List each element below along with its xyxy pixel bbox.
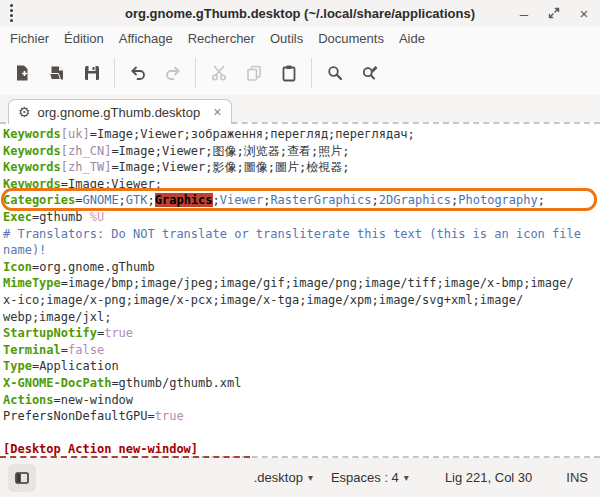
- redo-button[interactable]: [155, 56, 190, 90]
- menu-aide[interactable]: Aide: [399, 31, 425, 46]
- code-line: PrefersNonDefaultGPU=true: [3, 408, 600, 425]
- gedit-window: org.gnome.gThumb.desktop (~/.local/share…: [0, 0, 600, 497]
- open-document-icon: [48, 64, 66, 82]
- find-button[interactable]: [317, 56, 352, 90]
- menu-outils[interactable]: Outils: [270, 31, 303, 46]
- code-token: =Image;Viewer;: [61, 177, 162, 191]
- restore-button[interactable]: [546, 5, 562, 21]
- cut-icon: [210, 64, 228, 82]
- code-line: Categories=GNOME;GTK;Graphics;Viewer;Ras…: [3, 192, 600, 209]
- paste-icon: [280, 64, 298, 82]
- copy-button[interactable]: [236, 56, 271, 90]
- text-editor[interactable]: Keywords[uk]=Image;Viewer;зображення;пер…: [0, 122, 600, 458]
- toolbar-separator: [195, 58, 196, 88]
- window-title: org.gnome.gThumb.desktop (~/.local/share…: [0, 6, 600, 21]
- code-token: =Image;Viewer;影像;圖像;圖片;檢視器;: [111, 160, 349, 174]
- redo-icon: [164, 64, 182, 82]
- crop-tear-line: [0, 456, 600, 458]
- code-line: Keywords[uk]=Image;Viewer;зображення;пер…: [3, 126, 600, 143]
- side-panel-toggle-button[interactable]: [8, 464, 36, 492]
- code-token: Keywords: [3, 160, 61, 174]
- code-line: webp;image/jxl;: [3, 309, 600, 326]
- code-token: =Image;Viewer;图像;浏览器;查看;照片;: [111, 144, 349, 158]
- code-token: GTK: [126, 193, 148, 207]
- code-token: name)!: [3, 243, 46, 257]
- tab-close-icon[interactable]: ×: [213, 105, 221, 119]
- save-icon: [83, 64, 101, 82]
- code-token: [zh_CN]: [61, 144, 112, 158]
- code-token: [Desktop Action new-window]: [3, 442, 198, 456]
- undo-button[interactable]: [120, 56, 155, 90]
- code-line: name)!: [3, 242, 600, 259]
- code-token: ;: [372, 193, 379, 207]
- code-line: Keywords[zh_TW]=Image;Viewer;影像;圖像;圖片;檢視…: [3, 159, 600, 176]
- code-token: =Image;Viewer;зображення;перегляд;перегл…: [90, 127, 415, 141]
- code-token: Categories: [3, 193, 75, 207]
- close-button[interactable]: ×: [576, 5, 592, 21]
- code-line: # Translators: Do NOT translate or trans…: [3, 226, 600, 243]
- code-token: Exec: [3, 210, 32, 224]
- copy-icon: [245, 64, 263, 82]
- code-token: =org.gnome.gThumb: [32, 260, 155, 274]
- menu-fichier[interactable]: Fichier: [10, 31, 49, 46]
- code-token: GNOME: [82, 193, 118, 207]
- code-token: PrefersNonDefaultGPU=: [3, 409, 155, 423]
- menu-rechercher[interactable]: Rechercher: [188, 31, 255, 46]
- code-token: Photography: [458, 193, 537, 207]
- find-replace-icon: [361, 64, 379, 82]
- code-line: Exec=gthumb %U: [3, 209, 600, 226]
- filetype-selector[interactable]: .desktop ▾: [254, 470, 313, 485]
- code-token: =gthumb/gthumb.xml: [111, 376, 241, 390]
- code-token: webp;image/jxl;: [3, 310, 111, 324]
- search-match-highlight: Graphics: [155, 193, 213, 207]
- new-document-icon: [13, 64, 31, 82]
- code-token: =Application: [32, 359, 119, 373]
- toolbar-separator: [114, 58, 115, 88]
- code-token: X-GNOME-DocPath: [3, 376, 111, 390]
- code-line: Actions=new-window: [3, 392, 600, 409]
- cut-button[interactable]: [201, 56, 236, 90]
- tab-width-selector[interactable]: Espaces : 4 ▾: [331, 470, 409, 485]
- code-line: StartupNotify=true: [3, 325, 600, 342]
- code-token: Type: [3, 359, 32, 373]
- side-panel-icon: [14, 470, 30, 486]
- code-token: Icon: [3, 260, 32, 274]
- menubar: FichierÉditionAffichageRechercherOutilsD…: [0, 26, 600, 51]
- open-document-button[interactable]: [39, 56, 74, 90]
- menu-affichage[interactable]: Affichage: [119, 31, 173, 46]
- cursor-position: Lig 221, Col 30: [445, 470, 532, 485]
- filetype-label: .desktop: [254, 470, 303, 485]
- code-token: x-ico;image/x-png;image/x-pcx;image/x-tg…: [3, 293, 523, 307]
- code-token: ;: [148, 193, 155, 207]
- code-token: ;: [538, 193, 545, 207]
- code-line: MimeType=image/bmp;image/jpeg;image/gif;…: [3, 275, 600, 292]
- search-icon: [326, 64, 344, 82]
- code-token: StartupNotify: [3, 326, 97, 340]
- code-token: Terminal: [3, 343, 61, 357]
- minimize-button[interactable]: –: [516, 5, 532, 21]
- code-token: false: [68, 343, 104, 357]
- desktop-file-icon: ⚙: [18, 105, 31, 119]
- tab-org-gnome-gthumb-desktop[interactable]: ⚙ org.gnome.gThumb.desktop ×: [8, 99, 232, 124]
- paste-button[interactable]: [271, 56, 306, 90]
- menu-documents[interactable]: Documents: [318, 31, 384, 46]
- tab-width-label: Espaces : 4: [331, 470, 399, 485]
- code-token: ;: [119, 193, 126, 207]
- statusbar: .desktop ▾ Espaces : 4 ▾ Lig 221, Col 30…: [0, 458, 600, 497]
- code-token: =: [61, 343, 68, 357]
- code-token: true: [155, 409, 184, 423]
- menu-édition[interactable]: Édition: [64, 31, 104, 46]
- window-menu-icon[interactable]: [10, 4, 26, 22]
- code-token: MimeType: [3, 276, 61, 290]
- code-line: Keywords[zh_CN]=Image;Viewer;图像;浏览器;查看;照…: [3, 143, 600, 160]
- chevron-down-icon: ▾: [308, 472, 313, 483]
- find-and-replace-button[interactable]: [352, 56, 387, 90]
- insert-mode-indicator[interactable]: INS: [566, 470, 588, 485]
- code-line: x-ico;image/x-png;image/x-pcx;image/x-tg…: [3, 292, 600, 309]
- new-document-button[interactable]: [4, 56, 39, 90]
- save-document-button[interactable]: [74, 56, 109, 90]
- toolbar: [0, 51, 600, 95]
- code-line: X-GNOME-DocPath=gthumb/gthumb.xml: [3, 375, 600, 392]
- tabbar: ⚙ org.gnome.gThumb.desktop ×: [0, 95, 600, 122]
- code-token: Keywords: [3, 127, 61, 141]
